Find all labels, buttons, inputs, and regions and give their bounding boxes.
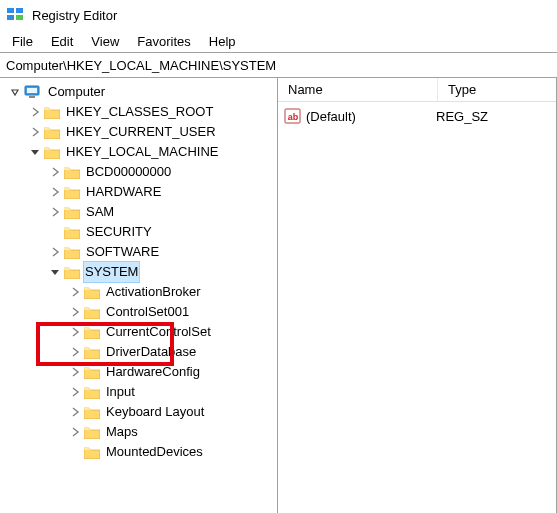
tree-node-hklm[interactable]: HKEY_LOCAL_MACHINE [0,142,277,162]
tree-label: HARDWARE [84,182,163,202]
tree-label: CurrentControlSet [104,322,213,342]
folder-icon [84,445,100,459]
address-input[interactable] [0,53,557,77]
folder-icon [64,185,80,199]
svg-rect-6 [29,96,35,98]
svg-rect-5 [27,88,37,93]
folder-icon [84,305,100,319]
svg-text:ab: ab [288,112,299,122]
menu-favorites[interactable]: Favorites [129,32,198,51]
tree-node-activationbroker[interactable]: ActivationBroker [0,282,277,302]
computer-icon [24,85,42,99]
value-name: (Default) [306,109,436,124]
values-pane: Name Type ab (Default) REG_SZ [278,78,556,513]
tree-label: BCD00000000 [84,162,173,182]
folder-icon [64,165,80,179]
tree-node-hkcr[interactable]: HKEY_CLASSES_ROOT [0,102,277,122]
menu-view[interactable]: View [83,32,127,51]
title-bar: Registry Editor [0,0,557,30]
folder-icon [64,245,80,259]
tree-label: SOFTWARE [84,242,161,262]
tree-node-hkcu[interactable]: HKEY_CURRENT_USER [0,122,277,142]
folder-icon [44,125,60,139]
tree-label: SYSTEM [83,261,140,283]
chevron-right-icon[interactable] [68,365,82,379]
tree-label: SAM [84,202,116,222]
chevron-right-icon[interactable] [68,425,82,439]
menu-file[interactable]: File [4,32,41,51]
tree-node-maps[interactable]: Maps [0,422,277,442]
chevron-right-icon[interactable] [28,105,42,119]
chevron-down-icon[interactable] [8,85,22,99]
tree-node-software[interactable]: SOFTWARE [0,242,277,262]
main-split: Computer HKEY_CLASSES_ROOT [0,78,557,513]
chevron-right-icon[interactable] [48,165,62,179]
string-value-icon: ab [284,108,302,124]
values-list: ab (Default) REG_SZ [278,102,556,513]
tree-label: DriverDatabase [104,342,198,362]
tree-label: ControlSet001 [104,302,191,322]
chevron-right-icon[interactable] [68,305,82,319]
regedit-icon [6,6,24,24]
window-title: Registry Editor [32,8,117,23]
tree-node-input[interactable]: Input [0,382,277,402]
folder-icon [84,285,100,299]
folder-icon [84,325,100,339]
value-row-default[interactable]: ab (Default) REG_SZ [278,106,556,126]
column-header-name[interactable]: Name [278,78,438,101]
svg-rect-0 [7,8,14,13]
svg-rect-3 [16,15,23,20]
folder-icon [44,145,60,159]
folder-icon [84,425,100,439]
tree-label: HKEY_CLASSES_ROOT [64,102,215,122]
tree-node-hardware[interactable]: HARDWARE [0,182,277,202]
tree-node-currentcontrolset[interactable]: CurrentControlSet [0,322,277,342]
chevron-right-icon[interactable] [68,405,82,419]
menu-help[interactable]: Help [201,32,244,51]
svg-rect-2 [7,15,14,20]
chevron-right-icon[interactable] [68,385,82,399]
menu-bar: File Edit View Favorites Help [0,30,557,52]
tree-node-mounteddevices[interactable]: MountedDevices [0,442,277,462]
tree-node-bcd[interactable]: BCD00000000 [0,162,277,182]
chevron-right-icon[interactable] [28,125,42,139]
tree-label: SECURITY [84,222,154,242]
chevron-right-icon[interactable] [48,205,62,219]
chevron-right-icon[interactable] [48,245,62,259]
values-header: Name Type [278,78,556,102]
folder-icon [44,105,60,119]
chevron-down-icon[interactable] [28,145,42,159]
tree-label: Keyboard Layout [104,402,206,422]
folder-icon [64,205,80,219]
tree-label: MountedDevices [104,442,205,462]
folder-icon [64,225,80,239]
tree-node-system[interactable]: SYSTEM [0,262,277,282]
chevron-right-icon[interactable] [48,185,62,199]
chevron-down-icon[interactable] [48,265,62,279]
tree-node-computer[interactable]: Computer [0,82,277,102]
chevron-right-icon[interactable] [68,325,82,339]
tree-node-keyboardlayout[interactable]: Keyboard Layout [0,402,277,422]
folder-icon [84,385,100,399]
tree-pane[interactable]: Computer HKEY_CLASSES_ROOT [0,78,278,513]
folder-icon [84,345,100,359]
tree-label: HKEY_CURRENT_USER [64,122,218,142]
tree-node-hardwareconfig[interactable]: HardwareConfig [0,362,277,382]
tree-label: Computer [46,82,107,102]
tree-node-driverdatabase[interactable]: DriverDatabase [0,342,277,362]
tree-label: HKEY_LOCAL_MACHINE [64,142,220,162]
column-header-type[interactable]: Type [438,78,556,101]
registry-tree: Computer HKEY_CLASSES_ROOT [0,82,277,513]
value-type: REG_SZ [436,109,488,124]
tree-node-sam[interactable]: SAM [0,202,277,222]
tree-label: ActivationBroker [104,282,203,302]
menu-edit[interactable]: Edit [43,32,81,51]
address-bar [0,52,557,78]
folder-icon [84,405,100,419]
chevron-right-icon[interactable] [68,285,82,299]
tree-label: HardwareConfig [104,362,202,382]
tree-node-controlset001[interactable]: ControlSet001 [0,302,277,322]
tree-node-security[interactable]: SECURITY [0,222,277,242]
svg-rect-1 [16,8,23,13]
chevron-right-icon[interactable] [68,345,82,359]
